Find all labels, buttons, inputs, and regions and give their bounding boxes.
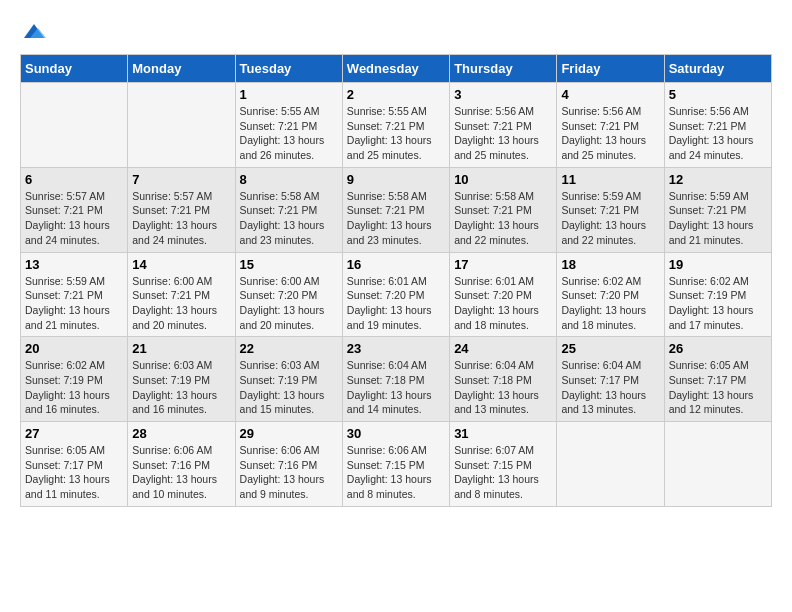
weekday-header-row: SundayMondayTuesdayWednesdayThursdayFrid… xyxy=(21,55,772,83)
day-number: 22 xyxy=(240,341,338,356)
calendar-cell xyxy=(557,422,664,507)
day-info: Sunrise: 5:57 AMSunset: 7:21 PMDaylight:… xyxy=(25,189,123,248)
day-info: Sunrise: 6:06 AMSunset: 7:16 PMDaylight:… xyxy=(240,443,338,502)
day-info: Sunrise: 6:07 AMSunset: 7:15 PMDaylight:… xyxy=(454,443,552,502)
day-number: 13 xyxy=(25,257,123,272)
logo-icon xyxy=(22,20,46,44)
day-info: Sunrise: 5:56 AMSunset: 7:21 PMDaylight:… xyxy=(561,104,659,163)
calendar-cell: 12Sunrise: 5:59 AMSunset: 7:21 PMDayligh… xyxy=(664,167,771,252)
calendar-week-row: 13Sunrise: 5:59 AMSunset: 7:21 PMDayligh… xyxy=(21,252,772,337)
day-info: Sunrise: 5:57 AMSunset: 7:21 PMDaylight:… xyxy=(132,189,230,248)
calendar-cell: 23Sunrise: 6:04 AMSunset: 7:18 PMDayligh… xyxy=(342,337,449,422)
day-info: Sunrise: 6:06 AMSunset: 7:15 PMDaylight:… xyxy=(347,443,445,502)
day-info: Sunrise: 5:59 AMSunset: 7:21 PMDaylight:… xyxy=(25,274,123,333)
calendar-cell: 14Sunrise: 6:00 AMSunset: 7:21 PMDayligh… xyxy=(128,252,235,337)
calendar-week-row: 1Sunrise: 5:55 AMSunset: 7:21 PMDaylight… xyxy=(21,83,772,168)
calendar-cell: 13Sunrise: 5:59 AMSunset: 7:21 PMDayligh… xyxy=(21,252,128,337)
day-info: Sunrise: 6:02 AMSunset: 7:20 PMDaylight:… xyxy=(561,274,659,333)
day-number: 16 xyxy=(347,257,445,272)
calendar-cell: 18Sunrise: 6:02 AMSunset: 7:20 PMDayligh… xyxy=(557,252,664,337)
calendar-cell: 11Sunrise: 5:59 AMSunset: 7:21 PMDayligh… xyxy=(557,167,664,252)
day-info: Sunrise: 5:58 AMSunset: 7:21 PMDaylight:… xyxy=(454,189,552,248)
day-info: Sunrise: 5:58 AMSunset: 7:21 PMDaylight:… xyxy=(240,189,338,248)
calendar-week-row: 6Sunrise: 5:57 AMSunset: 7:21 PMDaylight… xyxy=(21,167,772,252)
calendar-cell: 3Sunrise: 5:56 AMSunset: 7:21 PMDaylight… xyxy=(450,83,557,168)
header xyxy=(20,20,772,44)
day-number: 29 xyxy=(240,426,338,441)
day-number: 18 xyxy=(561,257,659,272)
day-info: Sunrise: 5:55 AMSunset: 7:21 PMDaylight:… xyxy=(347,104,445,163)
day-info: Sunrise: 6:04 AMSunset: 7:17 PMDaylight:… xyxy=(561,358,659,417)
weekday-header-tuesday: Tuesday xyxy=(235,55,342,83)
day-number: 5 xyxy=(669,87,767,102)
day-info: Sunrise: 6:04 AMSunset: 7:18 PMDaylight:… xyxy=(454,358,552,417)
calendar-cell: 30Sunrise: 6:06 AMSunset: 7:15 PMDayligh… xyxy=(342,422,449,507)
calendar-cell: 8Sunrise: 5:58 AMSunset: 7:21 PMDaylight… xyxy=(235,167,342,252)
day-number: 17 xyxy=(454,257,552,272)
weekday-header-monday: Monday xyxy=(128,55,235,83)
day-info: Sunrise: 6:00 AMSunset: 7:21 PMDaylight:… xyxy=(132,274,230,333)
calendar-table: SundayMondayTuesdayWednesdayThursdayFrid… xyxy=(20,54,772,507)
day-number: 25 xyxy=(561,341,659,356)
calendar-week-row: 20Sunrise: 6:02 AMSunset: 7:19 PMDayligh… xyxy=(21,337,772,422)
day-info: Sunrise: 6:02 AMSunset: 7:19 PMDaylight:… xyxy=(669,274,767,333)
calendar-cell: 19Sunrise: 6:02 AMSunset: 7:19 PMDayligh… xyxy=(664,252,771,337)
day-number: 21 xyxy=(132,341,230,356)
day-info: Sunrise: 6:01 AMSunset: 7:20 PMDaylight:… xyxy=(347,274,445,333)
day-number: 11 xyxy=(561,172,659,187)
calendar-week-row: 27Sunrise: 6:05 AMSunset: 7:17 PMDayligh… xyxy=(21,422,772,507)
calendar-cell: 27Sunrise: 6:05 AMSunset: 7:17 PMDayligh… xyxy=(21,422,128,507)
calendar-cell: 6Sunrise: 5:57 AMSunset: 7:21 PMDaylight… xyxy=(21,167,128,252)
day-info: Sunrise: 5:58 AMSunset: 7:21 PMDaylight:… xyxy=(347,189,445,248)
weekday-header-sunday: Sunday xyxy=(21,55,128,83)
day-number: 10 xyxy=(454,172,552,187)
day-number: 28 xyxy=(132,426,230,441)
day-info: Sunrise: 6:03 AMSunset: 7:19 PMDaylight:… xyxy=(132,358,230,417)
calendar-cell: 10Sunrise: 5:58 AMSunset: 7:21 PMDayligh… xyxy=(450,167,557,252)
day-number: 27 xyxy=(25,426,123,441)
day-number: 8 xyxy=(240,172,338,187)
calendar-cell: 15Sunrise: 6:00 AMSunset: 7:20 PMDayligh… xyxy=(235,252,342,337)
logo xyxy=(20,20,46,44)
calendar-cell xyxy=(664,422,771,507)
calendar-cell: 1Sunrise: 5:55 AMSunset: 7:21 PMDaylight… xyxy=(235,83,342,168)
day-number: 7 xyxy=(132,172,230,187)
day-info: Sunrise: 5:59 AMSunset: 7:21 PMDaylight:… xyxy=(669,189,767,248)
day-info: Sunrise: 6:06 AMSunset: 7:16 PMDaylight:… xyxy=(132,443,230,502)
day-info: Sunrise: 6:01 AMSunset: 7:20 PMDaylight:… xyxy=(454,274,552,333)
day-number: 9 xyxy=(347,172,445,187)
day-number: 31 xyxy=(454,426,552,441)
weekday-header-thursday: Thursday xyxy=(450,55,557,83)
day-number: 6 xyxy=(25,172,123,187)
calendar-cell: 4Sunrise: 5:56 AMSunset: 7:21 PMDaylight… xyxy=(557,83,664,168)
day-info: Sunrise: 6:05 AMSunset: 7:17 PMDaylight:… xyxy=(669,358,767,417)
calendar-cell: 5Sunrise: 5:56 AMSunset: 7:21 PMDaylight… xyxy=(664,83,771,168)
weekday-header-friday: Friday xyxy=(557,55,664,83)
calendar-cell: 25Sunrise: 6:04 AMSunset: 7:17 PMDayligh… xyxy=(557,337,664,422)
calendar-cell xyxy=(21,83,128,168)
day-number: 24 xyxy=(454,341,552,356)
day-number: 2 xyxy=(347,87,445,102)
day-info: Sunrise: 6:05 AMSunset: 7:17 PMDaylight:… xyxy=(25,443,123,502)
day-number: 20 xyxy=(25,341,123,356)
day-number: 26 xyxy=(669,341,767,356)
calendar-cell: 20Sunrise: 6:02 AMSunset: 7:19 PMDayligh… xyxy=(21,337,128,422)
calendar-cell: 28Sunrise: 6:06 AMSunset: 7:16 PMDayligh… xyxy=(128,422,235,507)
calendar-cell: 21Sunrise: 6:03 AMSunset: 7:19 PMDayligh… xyxy=(128,337,235,422)
day-number: 12 xyxy=(669,172,767,187)
day-info: Sunrise: 6:00 AMSunset: 7:20 PMDaylight:… xyxy=(240,274,338,333)
calendar-cell: 7Sunrise: 5:57 AMSunset: 7:21 PMDaylight… xyxy=(128,167,235,252)
calendar-cell xyxy=(128,83,235,168)
calendar-cell: 31Sunrise: 6:07 AMSunset: 7:15 PMDayligh… xyxy=(450,422,557,507)
day-info: Sunrise: 6:02 AMSunset: 7:19 PMDaylight:… xyxy=(25,358,123,417)
calendar-cell: 24Sunrise: 6:04 AMSunset: 7:18 PMDayligh… xyxy=(450,337,557,422)
day-number: 19 xyxy=(669,257,767,272)
day-number: 30 xyxy=(347,426,445,441)
day-info: Sunrise: 5:56 AMSunset: 7:21 PMDaylight:… xyxy=(454,104,552,163)
day-number: 15 xyxy=(240,257,338,272)
day-info: Sunrise: 6:03 AMSunset: 7:19 PMDaylight:… xyxy=(240,358,338,417)
day-number: 14 xyxy=(132,257,230,272)
calendar-cell: 29Sunrise: 6:06 AMSunset: 7:16 PMDayligh… xyxy=(235,422,342,507)
day-info: Sunrise: 6:04 AMSunset: 7:18 PMDaylight:… xyxy=(347,358,445,417)
day-info: Sunrise: 5:59 AMSunset: 7:21 PMDaylight:… xyxy=(561,189,659,248)
